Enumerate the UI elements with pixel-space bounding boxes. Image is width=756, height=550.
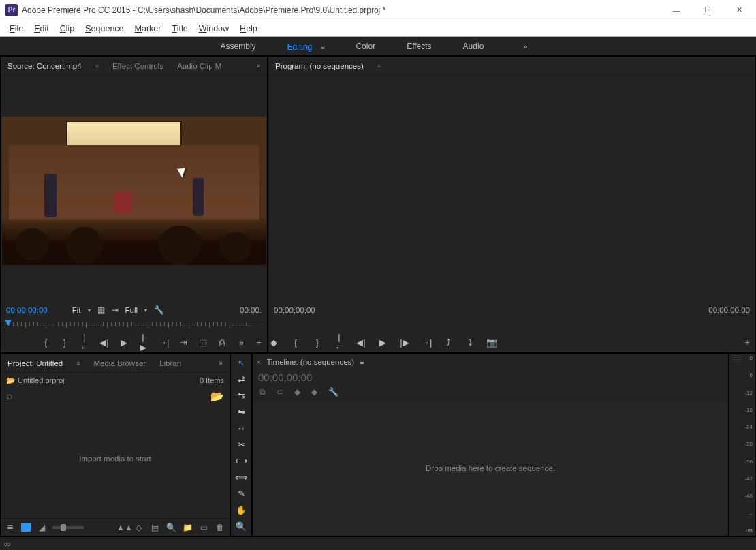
freeform-view-button[interactable]: ◢ bbox=[36, 523, 47, 532]
source-zoom-select[interactable]: Fit bbox=[72, 306, 81, 314]
close-button[interactable]: ✕ bbox=[723, 0, 755, 20]
program-tab-menu-icon[interactable]: ≡ bbox=[377, 63, 381, 70]
creative-cloud-icon[interactable]: ∞ bbox=[4, 538, 10, 549]
export-frame-button[interactable]: 📷 bbox=[486, 337, 497, 348]
workspace-color[interactable]: Color bbox=[356, 42, 375, 51]
source-monitor[interactable] bbox=[1, 76, 267, 301]
add-marker-button[interactable]: ◆ bbox=[268, 337, 279, 348]
workspace-editing[interactable]: Editing bbox=[287, 42, 313, 52]
razor-tool[interactable]: ✂ bbox=[234, 440, 248, 450]
add-marker-button[interactable]: ◆ bbox=[294, 387, 300, 397]
step-back-button[interactable]: ◀| bbox=[99, 337, 108, 348]
button-editor-icon[interactable]: + bbox=[744, 337, 755, 348]
workspace-audio[interactable]: Audio bbox=[463, 42, 484, 51]
mark-in-button[interactable]: { bbox=[290, 337, 301, 348]
source-timecode-left[interactable]: 00:00:00:00 bbox=[6, 306, 48, 314]
program-timecode-left[interactable]: 00;00;00;00 bbox=[274, 306, 315, 314]
timeline-tab-menu-icon[interactable]: ≡ bbox=[360, 358, 364, 366]
workspace-menu-icon[interactable]: ≡ bbox=[321, 44, 325, 51]
go-to-in-button[interactable]: |← bbox=[80, 332, 89, 352]
lift-button[interactable]: ⤴ bbox=[443, 337, 454, 348]
find-icon[interactable]: 🔍 bbox=[166, 523, 176, 532]
new-bin-button[interactable]: 📁 bbox=[182, 523, 193, 532]
slip-tool[interactable]: ⟷ bbox=[234, 456, 248, 466]
tab-project[interactable]: Project: Untitled bbox=[7, 359, 63, 367]
menu-window[interactable]: Window bbox=[193, 20, 234, 37]
source-playhead-icon[interactable] bbox=[5, 320, 12, 326]
zoom-tool[interactable]: 🔍 bbox=[234, 521, 248, 532]
grid-icon[interactable]: ▦ bbox=[97, 305, 105, 315]
hand-tool[interactable]: ✋ bbox=[234, 505, 248, 515]
icon-view-button[interactable] bbox=[21, 523, 31, 532]
marker-icon[interactable]: ◆ bbox=[311, 387, 317, 397]
tab-audio-clip-mixer[interactable]: Audio Clip M bbox=[177, 62, 221, 70]
go-to-out-button[interactable]: →| bbox=[158, 337, 169, 348]
transport-more-icon[interactable]: » bbox=[237, 337, 245, 348]
tab-source[interactable]: Source: Concert.mp4 bbox=[7, 62, 82, 70]
mark-out-button[interactable]: } bbox=[312, 337, 323, 348]
slide-tool[interactable]: ⟺ bbox=[234, 472, 248, 483]
project-drop-area[interactable]: Import media to start bbox=[1, 404, 230, 518]
step-forward-button[interactable]: |▶ bbox=[399, 337, 410, 348]
auto-sequence-icon[interactable]: ◇ bbox=[133, 523, 144, 532]
source-resolution-select[interactable]: Full bbox=[125, 306, 138, 314]
workspace-overflow-icon[interactable]: » bbox=[515, 42, 535, 50]
menu-clip[interactable]: Clip bbox=[54, 20, 80, 37]
menu-marker[interactable]: Marker bbox=[129, 20, 167, 37]
workspace-effects[interactable]: Effects bbox=[407, 42, 431, 51]
output-icon[interactable]: ⇥ bbox=[112, 305, 119, 315]
button-editor-icon[interactable]: + bbox=[256, 337, 267, 348]
wrench-icon[interactable]: 🔧 bbox=[154, 305, 164, 315]
tab-media-browser[interactable]: Media Browser bbox=[93, 359, 146, 367]
workspace-assembly[interactable]: Assembly bbox=[221, 42, 256, 51]
thumbnail-size-slider[interactable] bbox=[52, 526, 84, 529]
project-tab-menu-icon[interactable]: ≡ bbox=[76, 360, 80, 367]
step-back-button[interactable]: ◀| bbox=[356, 337, 366, 348]
column-settings-icon[interactable]: ▤ bbox=[149, 523, 160, 532]
timeline-close-icon[interactable]: × bbox=[257, 358, 261, 366]
overwrite-button[interactable]: ⬚ bbox=[199, 337, 207, 348]
timeline-settings-icon[interactable]: 🔧 bbox=[328, 387, 338, 397]
menu-help[interactable]: Help bbox=[234, 20, 263, 37]
new-item-button[interactable]: ▭ bbox=[198, 523, 209, 532]
tab-program[interactable]: Program: (no sequences) bbox=[275, 62, 364, 70]
sort-icon[interactable]: ▲▲ bbox=[116, 523, 127, 532]
list-view-button[interactable]: ≣ bbox=[5, 523, 16, 532]
play-button[interactable]: ▶ bbox=[120, 337, 128, 348]
go-to-out-button[interactable]: →| bbox=[421, 337, 432, 348]
maximize-button[interactable]: ☐ bbox=[692, 0, 723, 20]
mark-out-button[interactable]: } bbox=[61, 337, 69, 348]
rate-stretch-tool[interactable]: ↔ bbox=[234, 423, 248, 433]
tab-timeline[interactable]: Timeline: (no sequences) bbox=[266, 358, 354, 366]
pen-tool[interactable]: ✎ bbox=[234, 489, 248, 499]
tab-effect-controls[interactable]: Effect Controls bbox=[112, 62, 163, 70]
menu-sequence[interactable]: Sequence bbox=[80, 20, 129, 37]
menu-file[interactable]: File bbox=[4, 20, 29, 37]
menu-title[interactable]: Title bbox=[166, 20, 193, 37]
go-to-in-button[interactable]: |← bbox=[334, 332, 345, 352]
insert-button[interactable]: ⇥ bbox=[180, 337, 188, 348]
project-bin-row[interactable]: 📂 Untitled.prproj 0 Items bbox=[1, 373, 230, 388]
selection-tool[interactable]: ↖ bbox=[234, 358, 248, 368]
snap-toggle[interactable]: ⧉ bbox=[259, 387, 266, 397]
linked-selection-toggle[interactable]: ⊂ bbox=[277, 387, 283, 397]
mark-in-button[interactable]: { bbox=[42, 337, 50, 348]
timeline-drop-area[interactable]: Drop media here to create sequence. bbox=[254, 402, 727, 534]
find-in-bin-icon[interactable]: 📂 bbox=[210, 390, 224, 403]
search-icon[interactable]: ⌕ bbox=[6, 390, 13, 402]
play-button[interactable]: ▶ bbox=[377, 337, 388, 348]
timeline-timecode[interactable]: 00;00;00;00 bbox=[253, 370, 728, 387]
delete-button[interactable]: 🗑 bbox=[215, 523, 225, 532]
source-tabs-overflow-icon[interactable]: » bbox=[256, 62, 260, 70]
ripple-edit-tool[interactable]: ⇆ bbox=[234, 391, 248, 401]
step-forward-button[interactable]: |▶ bbox=[139, 332, 147, 352]
menu-edit[interactable]: Edit bbox=[29, 20, 54, 37]
export-frame-button[interactable]: ⎙ bbox=[218, 337, 226, 348]
track-select-tool[interactable]: ⇄ bbox=[234, 374, 248, 384]
source-tab-menu-icon[interactable]: ≡ bbox=[95, 63, 99, 70]
minimize-button[interactable]: — bbox=[661, 0, 692, 20]
program-monitor[interactable] bbox=[268, 76, 755, 301]
extract-button[interactable]: ⤵ bbox=[464, 337, 475, 348]
source-time-ruler[interactable] bbox=[5, 320, 263, 332]
project-tabs-overflow-icon[interactable]: » bbox=[219, 359, 223, 367]
